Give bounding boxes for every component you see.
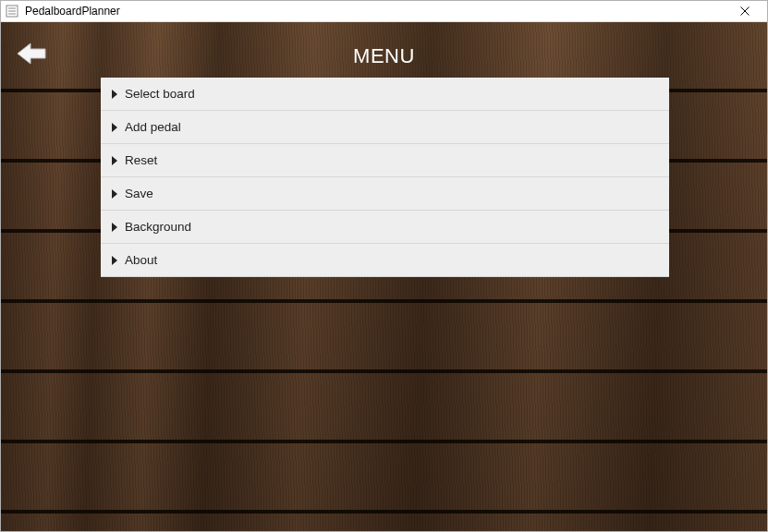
chevron-right-icon bbox=[108, 88, 121, 101]
menu-item-label: Add pedal bbox=[125, 120, 181, 134]
page-title: MENU bbox=[1, 44, 767, 68]
menu-item-background[interactable]: Background bbox=[101, 211, 669, 244]
svg-marker-8 bbox=[112, 123, 117, 132]
menu-item-label: Save bbox=[125, 187, 153, 200]
chevron-right-icon bbox=[108, 221, 121, 234]
titlebar: PedalboardPlanner bbox=[1, 1, 767, 22]
menu-item-reset[interactable]: Reset bbox=[101, 144, 669, 177]
menu-item-label: About bbox=[125, 253, 157, 267]
menu-item-save[interactable]: Save bbox=[101, 177, 669, 211]
chevron-right-icon bbox=[108, 187, 121, 200]
menu-item-label: Background bbox=[125, 220, 191, 234]
menu-panel: Select board Add pedal Reset Save bbox=[101, 78, 669, 277]
app-window: PedalboardPlanner MENU Select board bbox=[0, 0, 768, 532]
menu-item-about[interactable]: About bbox=[101, 244, 669, 277]
menu-item-label: Select board bbox=[125, 87, 195, 101]
menu-item-select-board[interactable]: Select board bbox=[101, 78, 669, 111]
menu-item-label: Reset bbox=[125, 153, 157, 167]
chevron-right-icon bbox=[108, 254, 121, 267]
menu-item-add-pedal[interactable]: Add pedal bbox=[101, 111, 669, 144]
svg-marker-9 bbox=[112, 156, 117, 165]
chevron-right-icon bbox=[108, 154, 121, 167]
svg-marker-7 bbox=[112, 90, 117, 99]
window-title: PedalboardPlanner bbox=[25, 5, 120, 18]
app-icon bbox=[5, 4, 19, 18]
app-body: MENU Select board Add pedal Reset bbox=[1, 22, 767, 531]
svg-marker-12 bbox=[112, 256, 117, 265]
window-close-button[interactable] bbox=[726, 1, 763, 22]
svg-marker-10 bbox=[112, 189, 117, 199]
close-icon bbox=[740, 6, 750, 16]
svg-marker-11 bbox=[112, 223, 117, 232]
chevron-right-icon bbox=[108, 121, 121, 134]
